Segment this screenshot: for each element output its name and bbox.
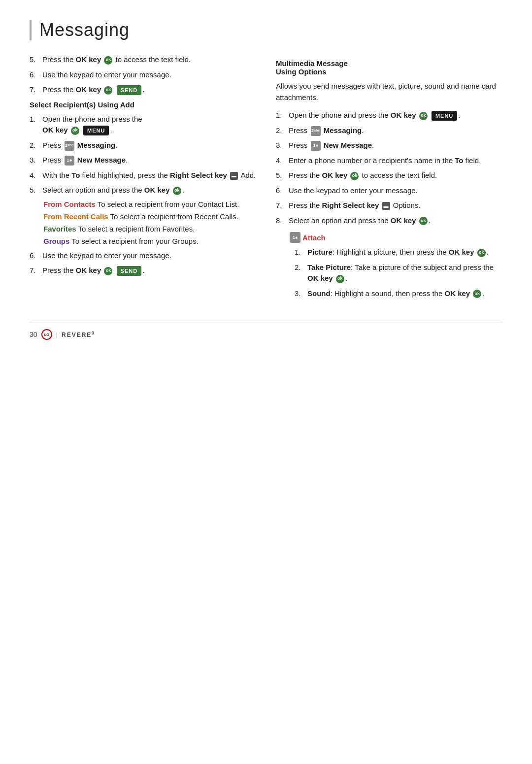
list-content: Press the OK key ok to access the text f… xyxy=(42,54,256,66)
list-item: 3. Press 1✱ New Message. xyxy=(276,140,502,151)
ok-key-label: OK key xyxy=(449,248,474,256)
num-icon-1: 1✱ xyxy=(65,156,74,166)
list-number: 1. xyxy=(276,110,286,121)
list-content: Enter a phone number or a recipient's na… xyxy=(289,155,502,166)
list-number: 5. xyxy=(276,170,286,181)
list-number: 3. xyxy=(30,155,39,166)
list-number: 3. xyxy=(295,288,304,299)
sound-label: Sound xyxy=(307,289,331,298)
ok-badge: ok xyxy=(104,267,112,275)
list-content: Press the OK key ok SEND. xyxy=(42,84,256,96)
list-item: 6. Use the keypad to enter your message. xyxy=(276,185,502,197)
list-number: 2. xyxy=(276,125,286,136)
list-content: With the To field highlighted, press the… xyxy=(42,170,256,181)
from-recent-calls-option: From Recent Calls To select a recipient … xyxy=(43,212,256,221)
num-icon-1: 1✱ xyxy=(311,141,321,151)
list-number: 6. xyxy=(30,69,39,81)
list-content: Take Picture: Take a picture of the subj… xyxy=(307,262,502,284)
list-content: Press the OK key ok to access the text f… xyxy=(289,170,502,181)
page-number: 30 xyxy=(30,331,37,338)
from-recent-calls-label: From Recent Calls xyxy=(43,212,108,221)
right-select-icon: ▬ xyxy=(382,202,390,210)
messaging-label: Messaging xyxy=(77,141,116,149)
options-section: From Contacts To select a recipient from… xyxy=(30,200,256,245)
right-select-icon: ▬ xyxy=(230,172,238,180)
list-content: Press the OK key ok SEND. xyxy=(42,265,256,276)
right-select-key-label: Right Select key xyxy=(322,201,379,209)
ok-key-label: OK key xyxy=(76,266,101,274)
ok-key-label: OK key xyxy=(391,216,416,225)
list-item: 5. Select an option and press the OK key… xyxy=(30,185,256,196)
to-field-label: To xyxy=(455,156,463,165)
num-icon-2abc: 2abc xyxy=(311,126,321,136)
ok-badge: ok xyxy=(473,290,481,298)
list-item: 2. Press 2abc Messaging. xyxy=(276,125,502,136)
list-item: 5. Press the OK key ok to access the tex… xyxy=(276,170,502,181)
list-number: 5. xyxy=(30,54,39,66)
section1-heading: Select Recipient(s) Using Add xyxy=(30,100,256,109)
lg-circle-icon: LG xyxy=(41,329,52,340)
groups-label: Groups xyxy=(43,237,69,245)
list-number: 5. xyxy=(30,185,39,196)
from-contacts-label: From Contacts xyxy=(43,200,96,208)
menu-badge: MENU xyxy=(83,126,109,136)
list-number: 2. xyxy=(30,140,39,151)
list-number: 7. xyxy=(30,84,39,96)
lg-logo: LG xyxy=(41,329,52,340)
list-item: 7. Press the OK key ok SEND. xyxy=(30,265,256,276)
send-badge: SEND xyxy=(117,266,142,276)
list-content: Use the keypad to enter your message. xyxy=(42,250,256,262)
two-column-layout: 5. Press the OK key ok to access the tex… xyxy=(30,54,502,303)
ok-key-label: OK key xyxy=(42,126,68,134)
list-number: 7. xyxy=(30,265,39,276)
ok-key-label: OK key xyxy=(307,274,333,282)
ok-badge: ok xyxy=(104,56,112,65)
list-content: Press the Right Select key ▬ Options. xyxy=(289,200,502,211)
ok-key-label: OK key xyxy=(322,171,348,179)
list-content: Press 1✱ New Message. xyxy=(289,140,502,151)
list-number: 2. xyxy=(295,262,304,284)
new-message-label: New Message xyxy=(77,156,126,164)
groups-option: Groups To select a recipient from your G… xyxy=(43,237,256,245)
revere-brand: REVERE3 xyxy=(62,331,95,338)
ok-badge: ok xyxy=(350,172,359,180)
send-badge: SEND xyxy=(117,85,142,96)
list-content: Open the phone and press the OK key ok M… xyxy=(289,110,502,121)
list-content: Press 2abc Messaging. xyxy=(289,125,502,136)
list-item: 8. Select an option and press the OK key… xyxy=(276,215,502,227)
right-select-key-label: Right Select key xyxy=(170,171,227,179)
list-item: 4. With the To field highlighted, press … xyxy=(30,170,256,181)
list-content: Press 1✱ New Message. xyxy=(42,155,256,166)
picture-label: Picture xyxy=(307,248,332,256)
list-item: 1. Open the phone and press the OK key o… xyxy=(30,114,256,136)
list-content: Select an option and press the OK key ok… xyxy=(289,215,502,227)
list-number: 7. xyxy=(276,200,286,211)
list-content: Open the phone and press the OK key ok M… xyxy=(42,114,256,136)
list-number: 4. xyxy=(276,155,286,166)
list-number: 3. xyxy=(276,140,286,151)
right-column: Multimedia Message Using Options Allows … xyxy=(276,54,502,303)
section1-continued-list: 6. Use the keypad to enter your message.… xyxy=(30,250,256,276)
ok-badge: ok xyxy=(336,275,344,283)
ok-badge: ok xyxy=(419,112,428,120)
attach-num-icon: 1✱ xyxy=(290,232,300,243)
list-item: 6. Use the keypad to enter your message. xyxy=(30,250,256,262)
messaging-label: Messaging xyxy=(324,126,362,134)
list-number: 6. xyxy=(276,185,286,197)
to-field-label: To xyxy=(71,171,80,179)
ok-badge: ok xyxy=(477,249,486,257)
ok-badge: ok xyxy=(419,217,428,225)
menu-badge: MENU xyxy=(432,111,457,121)
footer: 30 LG | REVERE3 xyxy=(30,323,502,340)
intro-list: 5. Press the OK key ok to access the tex… xyxy=(30,54,256,96)
take-picture-label: Take Picture xyxy=(307,263,351,271)
footer-separator: | xyxy=(56,331,58,338)
list-item: 7. Press the OK key ok SEND. xyxy=(30,84,256,96)
list-content: Picture: Highlight a picture, then press… xyxy=(307,247,502,258)
num-icon-2abc: 2abc xyxy=(65,141,74,151)
ok-key-label: OK key xyxy=(144,186,170,194)
list-item: 2. Take Picture: Take a picture of the s… xyxy=(295,262,502,284)
list-item: 3. Press 1✱ New Message. xyxy=(30,155,256,166)
ok-badge: ok xyxy=(104,86,112,95)
section2-intro: Allows you send messages with text, pict… xyxy=(276,81,502,103)
